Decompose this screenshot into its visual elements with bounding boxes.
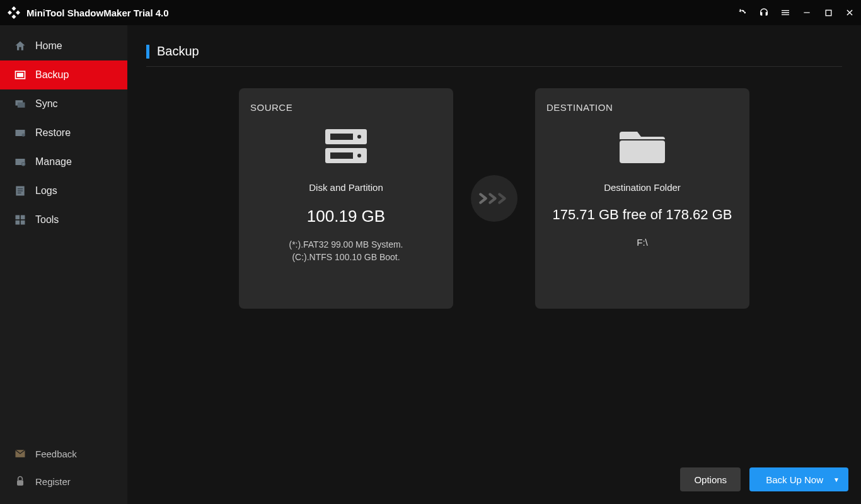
page-title: Backup [157,44,199,59]
sidebar-item-home[interactable]: Home [0,32,127,60]
chevron-down-icon: ▼ [833,476,840,483]
sidebar-item-restore[interactable]: Restore [0,118,127,147]
logs-icon [14,185,26,197]
destination-path: F:\ [637,237,648,248]
sidebar-item-logs[interactable]: Logs [0,176,127,205]
sidebar: Home Backup Sync Restore [0,25,127,504]
svg-rect-16 [16,220,20,225]
sidebar-item-tools[interactable]: Tools [0,205,127,234]
svg-point-7 [22,134,25,137]
backup-icon [14,69,26,81]
source-card[interactable]: SOURCE Disk and Partition 100.19 GB (*:)… [239,88,453,309]
svg-rect-24 [330,152,353,159]
destination-label: DESTINATION [546,102,613,113]
titlebar: MiniTool ShadowMaker Trial 4.0 [0,0,861,25]
close-icon[interactable] [845,8,855,18]
headset-icon[interactable] [759,8,769,18]
svg-rect-19 [17,480,23,485]
svg-rect-13 [18,193,21,194]
source-type: Disk and Partition [309,182,383,193]
sidebar-item-label: Register [35,476,71,487]
sync-icon [14,98,26,110]
svg-rect-3 [17,73,23,77]
svg-rect-0 [804,12,809,13]
sidebar-item-label: Logs [35,185,57,197]
maximize-icon[interactable] [823,8,833,18]
sidebar-item-manage[interactable]: Manage [0,147,127,176]
svg-rect-11 [18,188,23,190]
manage-icon [14,156,26,168]
folder-icon [616,124,669,168]
arrow-indicator [471,175,517,222]
disk-icon [321,124,371,168]
destination-free: 175.71 GB free of 178.62 GB [553,207,732,223]
sidebar-item-label: Backup [35,69,69,81]
source-detail-line: (*:).FAT32 99.00 MB System. [289,239,403,251]
svg-point-25 [357,154,361,158]
register-icon [14,475,26,488]
sidebar-item-sync[interactable]: Sync [0,89,127,118]
tools-icon [14,214,26,226]
svg-rect-12 [18,190,23,192]
sidebar-item-feedback[interactable]: Feedback [0,440,127,467]
sidebar-item-register[interactable]: Register [0,467,127,495]
backup-now-label: Back Up Now [766,474,823,485]
page-header: Backup [146,44,842,67]
source-detail-line: (C:).NTFS 100.10 GB Boot. [289,251,403,264]
sidebar-item-label: Sync [35,98,58,110]
backup-now-button[interactable]: Back Up Now ▼ [749,467,848,491]
svg-rect-5 [18,103,25,108]
sidebar-item-label: Tools [35,214,59,226]
home-icon [14,40,26,52]
header-accent-bar [146,45,149,59]
svg-point-22 [357,135,361,139]
destination-type: Destination Folder [604,182,681,193]
minimize-icon[interactable] [802,8,812,18]
svg-rect-8 [16,159,25,165]
feedback-icon [14,447,26,460]
restore-icon [14,127,26,139]
options-button[interactable]: Options [680,467,741,491]
svg-rect-26 [620,140,665,163]
svg-rect-15 [21,215,25,220]
source-size: 100.19 GB [307,207,385,226]
source-details: (*:).FAT32 99.00 MB System. (C:).NTFS 10… [289,239,403,263]
sidebar-item-backup[interactable]: Backup [0,60,127,89]
sidebar-item-label: Manage [35,156,72,168]
app-logo-icon [6,5,21,20]
key-icon[interactable] [737,8,748,18]
sidebar-item-label: Home [35,40,62,52]
menu-icon[interactable] [780,8,790,18]
destination-card[interactable]: DESTINATION Destination Folder 175.71 GB… [535,88,749,309]
main-content: Backup SOURCE Disk and Partition [127,25,861,504]
svg-rect-1 [826,10,831,16]
svg-rect-14 [16,215,20,220]
source-label: SOURCE [250,102,292,113]
sidebar-item-label: Restore [35,127,71,139]
svg-rect-21 [330,134,353,140]
app-title: MiniTool ShadowMaker Trial 4.0 [26,8,169,18]
sidebar-item-label: Feedback [35,449,77,459]
svg-rect-17 [21,220,25,225]
